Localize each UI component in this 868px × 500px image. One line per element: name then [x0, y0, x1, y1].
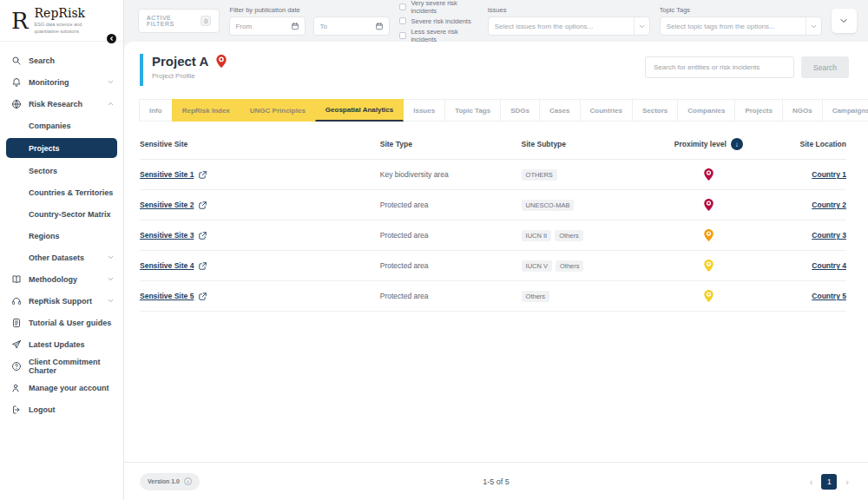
- reprisk-logo-mark: R: [11, 10, 29, 32]
- title-accent-bar: [140, 54, 143, 86]
- sidebar-item-sectors[interactable]: Sectors: [0, 160, 123, 181]
- country-link[interactable]: Country 2: [812, 201, 846, 209]
- previous-page-button[interactable]: ‹: [810, 477, 813, 487]
- table-row: Sensitive Site 2 Protected area UNESCO-M…: [140, 190, 846, 220]
- site-type: Key biodiversity area: [380, 170, 522, 179]
- country-link[interactable]: Country 5: [812, 292, 846, 300]
- sidebar-item-projects[interactable]: Projects: [6, 138, 117, 158]
- checkbox-icon[interactable]: [399, 17, 406, 24]
- entity-search-input[interactable]: [645, 56, 794, 78]
- sensitive-site-link[interactable]: Sensitive Site 3: [140, 231, 194, 240]
- sidebar-item-other-datasets[interactable]: Other Datasets: [0, 247, 123, 268]
- sidebar-collapse-button[interactable]: [105, 32, 118, 45]
- tab-ngos[interactable]: NGOs: [782, 99, 823, 122]
- publication-date-filter: Filter by publication date: [229, 6, 390, 36]
- active-filters-button[interactable]: ACTIVE FILTERS 0: [138, 9, 220, 33]
- sidebar-item-reprisk-support[interactable]: RepRisk Support: [0, 290, 123, 312]
- table-row: Sensitive Site 1 Key biodiversity area O…: [140, 160, 846, 190]
- sidebar-item-companies[interactable]: Companies: [0, 115, 123, 136]
- user-icon: [11, 383, 22, 393]
- sidebar-item-label: Other Datasets: [29, 253, 84, 262]
- sidebar-item-tutorial-user-guides[interactable]: Tutorial & User guides: [0, 312, 123, 333]
- country-link[interactable]: Country 1: [812, 170, 846, 179]
- sidebar-item-label: Countries & Territories: [29, 188, 113, 197]
- external-link-icon[interactable]: [199, 201, 207, 209]
- tab-geospatial-analytics[interactable]: Geospatial Analytics: [315, 99, 404, 122]
- sidebar-item-risk-research[interactable]: Risk Research: [0, 93, 123, 115]
- proximity-pin-icon[interactable]: [704, 260, 713, 272]
- tab-topic-tags[interactable]: Topic Tags: [444, 99, 501, 122]
- country-link[interactable]: Country 3: [812, 231, 846, 240]
- external-link-icon[interactable]: [199, 171, 207, 179]
- checkbox-icon[interactable]: [399, 3, 406, 10]
- tab-companies[interactable]: Companies: [677, 99, 735, 122]
- external-link-icon[interactable]: [199, 293, 207, 300]
- checkbox-less-severe[interactable]: Less severe risk incidents: [399, 28, 477, 43]
- sidebar-item-monitoring[interactable]: Monitoring: [0, 71, 123, 93]
- next-page-button[interactable]: ›: [845, 477, 849, 487]
- sidebar-item-methodology[interactable]: Methodology: [0, 268, 123, 290]
- date-to-field[interactable]: [313, 16, 390, 36]
- calendar-icon[interactable]: [291, 22, 299, 30]
- logout-icon: [11, 405, 22, 415]
- table-row: Sensitive Site 4 Protected area IUCN V O…: [140, 251, 846, 281]
- column-site-location: Site Location: [761, 140, 846, 148]
- tab-countries[interactable]: Countries: [580, 99, 633, 122]
- sort-descending-icon[interactable]: ↓: [731, 138, 743, 150]
- external-link-icon[interactable]: [199, 232, 207, 240]
- tab-campaigns[interactable]: Campaigns: [822, 99, 868, 122]
- sidebar-item-logout[interactable]: Logout: [0, 398, 123, 420]
- sensitive-site-link[interactable]: Sensitive Site 1: [140, 170, 194, 179]
- tab-cases[interactable]: Cases: [539, 99, 581, 122]
- chevron-down-icon[interactable]: [806, 17, 821, 35]
- sidebar-item-countries-territories[interactable]: Countries & Territories: [0, 181, 123, 203]
- chevron-down-icon[interactable]: [634, 17, 649, 35]
- sidebar-item-country-sector-matrix[interactable]: Country-Sector Matrix: [0, 203, 123, 225]
- tab-reprisk-index[interactable]: RepRisk Index: [172, 99, 240, 122]
- info-icon[interactable]: i: [184, 477, 192, 485]
- site-subtype-badge: UNESCO-MAB: [522, 200, 575, 211]
- tab-ungc-principles[interactable]: UNGC Principles: [240, 99, 316, 122]
- tab-sdgs[interactable]: SDGs: [500, 99, 540, 122]
- issues-select[interactable]: Select issues from the options...: [488, 16, 650, 36]
- topic-tags-select[interactable]: Select topic tags from the options...: [660, 16, 822, 36]
- site-type: Protected area: [380, 201, 522, 209]
- sensitive-site-link[interactable]: Sensitive Site 5: [140, 292, 194, 300]
- sidebar-item-manage-account[interactable]: Manage your account: [0, 377, 123, 398]
- search-button[interactable]: Search: [801, 56, 849, 78]
- external-link-icon[interactable]: [199, 262, 207, 270]
- tab-projects[interactable]: Projects: [734, 99, 783, 122]
- location-pin-icon: [216, 55, 227, 68]
- issues-placeholder: Select issues from the options...: [495, 23, 593, 30]
- sensitive-site-link[interactable]: Sensitive Site 4: [140, 261, 194, 270]
- proximity-pin-icon[interactable]: [704, 290, 713, 302]
- sidebar-item-regions[interactable]: Regions: [0, 225, 123, 247]
- filter-bar-collapse-button[interactable]: [832, 9, 857, 33]
- sidebar-item-latest-updates[interactable]: Latest Updates: [0, 333, 123, 355]
- tab-info[interactable]: Info: [139, 99, 173, 122]
- column-sensitive-site: Sensitive Site: [140, 140, 380, 148]
- tab-issues[interactable]: Issues: [403, 99, 445, 122]
- topic-tags-label: Topic Tags: [660, 6, 822, 14]
- date-to-input[interactable]: [319, 23, 372, 30]
- sidebar-item-client-commitment-charter[interactable]: Client Commitment Charter: [0, 355, 123, 377]
- tab-sectors[interactable]: Sectors: [632, 99, 678, 122]
- question-circle-icon: [11, 361, 22, 372]
- proximity-pin-icon[interactable]: [704, 168, 713, 181]
- checkbox-severe[interactable]: Severe risk incidents: [399, 17, 477, 25]
- sidebar-item-label: Manage your account: [29, 384, 109, 392]
- proximity-pin-icon[interactable]: [704, 229, 713, 241]
- checkbox-very-severe[interactable]: Very severe risk incidents: [399, 0, 477, 15]
- proximity-pin-icon[interactable]: [704, 199, 713, 211]
- bell-icon: [11, 77, 22, 88]
- sensitive-site-link[interactable]: Sensitive Site 2: [140, 201, 194, 209]
- checkbox-icon[interactable]: [399, 32, 406, 39]
- pagination-range: 1-5 of 5: [483, 477, 510, 486]
- sidebar-item-search[interactable]: Search: [0, 49, 123, 71]
- date-from-input[interactable]: [235, 23, 287, 30]
- date-from-field[interactable]: [229, 16, 306, 36]
- country-link[interactable]: Country 4: [812, 261, 846, 270]
- issues-filter: Issues Select issues from the options...: [488, 6, 650, 36]
- page-number-button[interactable]: 1: [821, 474, 837, 490]
- calendar-icon[interactable]: [375, 22, 384, 30]
